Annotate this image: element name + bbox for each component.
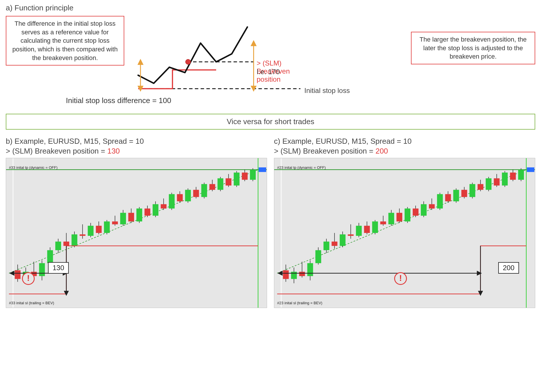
svg-rect-133 bbox=[510, 172, 516, 180]
function-chart: > (SLM) Breakeven position I.e. 170 Init… bbox=[132, 16, 309, 100]
svg-rect-89 bbox=[331, 241, 337, 246]
svg-rect-71 bbox=[259, 167, 266, 172]
svg-rect-56 bbox=[201, 184, 207, 197]
svg-rect-24 bbox=[72, 234, 77, 246]
svg-rect-138 bbox=[527, 167, 534, 172]
svg-rect-68 bbox=[250, 169, 256, 180]
svg-rect-111 bbox=[421, 204, 427, 216]
exclaim-b-mark: ! bbox=[27, 273, 30, 283]
svg-rect-83 bbox=[307, 263, 313, 276]
svg-rect-123 bbox=[469, 184, 475, 197]
tp-label-b: #33 inital tp (dynamic = OFF) bbox=[9, 165, 58, 170]
svg-rect-131 bbox=[502, 172, 508, 185]
svg-rect-18 bbox=[47, 250, 53, 263]
svg-rect-62 bbox=[226, 178, 231, 185]
svg-rect-77 bbox=[283, 270, 289, 279]
callout-right: The larger the breakeven position, the l… bbox=[411, 32, 535, 64]
example-c-chart: #23 inital tp (dynamic = OFF) #23 inital… bbox=[274, 158, 535, 308]
svg-rect-97 bbox=[364, 226, 370, 233]
example-b-svg bbox=[6, 158, 267, 308]
svg-rect-87 bbox=[323, 241, 329, 250]
svg-rect-115 bbox=[437, 194, 443, 208]
section-a-row: The difference in the initial stop loss … bbox=[6, 16, 535, 105]
example-b: b) Example, EURUSD, M15, Spread = 10 > (… bbox=[6, 137, 267, 308]
example-c-title-text: c) Example, EURUSD, M15, Spread = 10 bbox=[274, 137, 412, 145]
svg-rect-10 bbox=[15, 270, 21, 279]
svg-rect-20 bbox=[55, 241, 61, 250]
example-c: c) Example, EURUSD, M15, Spread = 10 > (… bbox=[274, 137, 535, 308]
sl-label-b: #33 inital sl (trailing = BEV) bbox=[9, 301, 54, 305]
svg-rect-48 bbox=[169, 194, 175, 208]
svg-rect-32 bbox=[104, 221, 110, 233]
example-b-title-text: b) Example, EURUSD, M15, Spread = 10 bbox=[6, 137, 144, 145]
example-c-param-prefix: > (SLM) Breakeven position = bbox=[274, 147, 375, 155]
svg-rect-95 bbox=[356, 226, 362, 236]
svg-rect-135 bbox=[518, 169, 524, 180]
breakeven-value: I.e. 170 bbox=[257, 68, 280, 76]
svg-rect-30 bbox=[96, 226, 102, 233]
svg-rect-91 bbox=[340, 234, 346, 246]
svg-rect-34 bbox=[112, 221, 118, 224]
svg-rect-99 bbox=[372, 221, 378, 233]
svg-point-2 bbox=[186, 59, 191, 64]
svg-rect-26 bbox=[80, 234, 86, 236]
sl-label-c: #23 inital sl (trailing = BEV) bbox=[277, 301, 322, 305]
exclaim-b: ! bbox=[22, 272, 35, 285]
svg-rect-81 bbox=[299, 272, 305, 276]
value-box-b: 130 bbox=[48, 262, 69, 274]
svg-rect-113 bbox=[429, 204, 435, 208]
example-b-title: b) Example, EURUSD, M15, Spread = 10 > (… bbox=[6, 137, 267, 156]
svg-rect-28 bbox=[88, 226, 94, 236]
callout-left: The difference in the initial stop loss … bbox=[6, 16, 124, 66]
svg-rect-129 bbox=[494, 178, 500, 185]
svg-rect-58 bbox=[210, 184, 215, 190]
svg-rect-60 bbox=[218, 178, 223, 190]
svg-rect-93 bbox=[348, 234, 354, 236]
svg-rect-121 bbox=[461, 190, 467, 197]
svg-rect-109 bbox=[413, 208, 418, 216]
example-b-param-value: 130 bbox=[107, 147, 120, 155]
svg-rect-107 bbox=[405, 208, 410, 221]
svg-rect-54 bbox=[193, 190, 199, 197]
example-b-chart: #33 inital tp (dynamic = OFF) #33 inital… bbox=[6, 158, 267, 308]
value-box-c: 200 bbox=[498, 262, 519, 274]
tp-label-c: #23 inital tp (dynamic = OFF) bbox=[277, 165, 326, 170]
svg-rect-40 bbox=[136, 208, 142, 221]
svg-rect-103 bbox=[388, 213, 394, 224]
svg-rect-22 bbox=[63, 241, 69, 246]
examples-row: b) Example, EURUSD, M15, Spread = 10 > (… bbox=[6, 137, 535, 308]
svg-rect-46 bbox=[161, 204, 166, 208]
svg-rect-85 bbox=[315, 250, 321, 263]
initial-sl-label: Initial stop loss bbox=[304, 87, 350, 95]
svg-rect-119 bbox=[453, 190, 459, 201]
svg-rect-50 bbox=[177, 194, 183, 201]
svg-rect-16 bbox=[39, 263, 45, 276]
svg-rect-64 bbox=[234, 172, 240, 185]
example-c-param-value: 200 bbox=[375, 147, 388, 155]
exclaim-c: ! bbox=[394, 272, 407, 285]
vice-versa-banner: Vice versa for short trades bbox=[6, 114, 535, 130]
svg-rect-127 bbox=[486, 178, 492, 190]
svg-rect-36 bbox=[120, 213, 126, 224]
function-chart-svg bbox=[132, 16, 309, 100]
svg-rect-66 bbox=[242, 172, 248, 180]
svg-rect-44 bbox=[153, 204, 158, 216]
example-c-title: c) Example, EURUSD, M15, Spread = 10 > (… bbox=[274, 137, 535, 156]
svg-rect-42 bbox=[144, 208, 150, 216]
svg-rect-125 bbox=[478, 184, 483, 190]
chart-a-column: > (SLM) Breakeven position I.e. 170 Init… bbox=[132, 16, 309, 105]
section-a-label: a) Function principle bbox=[6, 3, 535, 12]
exclaim-c-mark: ! bbox=[399, 273, 402, 283]
svg-rect-52 bbox=[185, 190, 191, 201]
svg-rect-117 bbox=[445, 194, 451, 201]
svg-rect-105 bbox=[397, 213, 402, 221]
example-b-param-prefix: > (SLM) Breakeven position = bbox=[6, 147, 107, 155]
svg-rect-38 bbox=[128, 213, 134, 221]
example-c-svg bbox=[274, 158, 535, 308]
svg-rect-101 bbox=[380, 221, 386, 224]
